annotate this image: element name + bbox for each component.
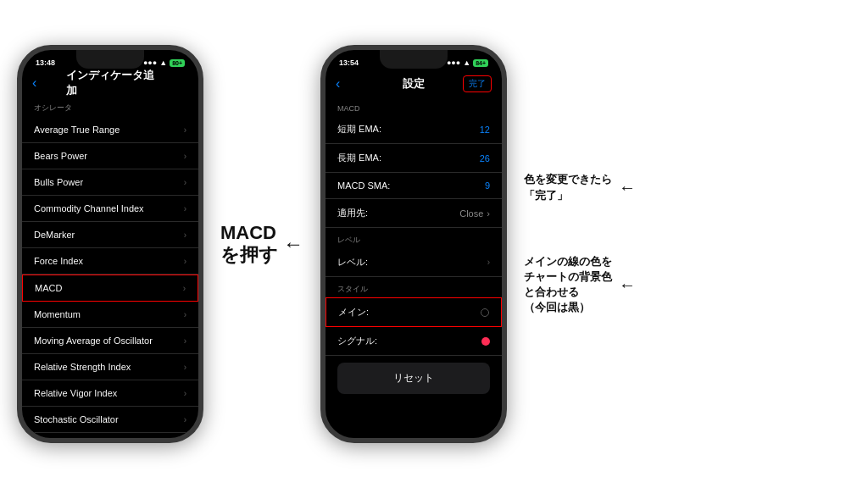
list-item-force[interactable]: Force Index › [22, 248, 198, 274]
chevron-mao: › [184, 336, 186, 346]
setting-signal-color[interactable]: シグナル: [326, 327, 502, 356]
chevron-rvi: › [184, 389, 186, 398]
macd-label: MACD を押す [220, 222, 278, 267]
signal-icon-right: ●●● [447, 58, 460, 67]
time-left: 13:48 [36, 58, 55, 67]
notch-left [76, 50, 144, 69]
annotation-main-color: メインの線の色を チャートの背景色 と合わせる （今回は黒） ← [524, 254, 636, 316]
notch-right [380, 50, 448, 69]
annotation-done-text: 色を変更できたら 「完了」 [524, 172, 612, 202]
nav-bar-left: ‹ インディケータ追加 [22, 72, 198, 96]
status-icons-right: ●●● ▲ 84+ [447, 58, 488, 67]
list-area-left: オシレータ Average True Range › Bears Power ›… [22, 96, 198, 438]
chevron-bears: › [184, 152, 186, 161]
section-oscillator: オシレータ [22, 96, 198, 117]
battery-left: 80+ [170, 59, 185, 67]
list-item-macd[interactable]: MACD › [22, 274, 198, 302]
list-item-mao[interactable]: Moving Average of Oscillator › [22, 328, 198, 354]
chevron-force: › [184, 257, 186, 266]
list-item-demarker[interactable]: DeMarker › [22, 222, 198, 248]
list-item-atr[interactable]: Average True Range › [22, 117, 198, 143]
apply-to-value: Close › [459, 208, 490, 219]
annotation-main-text: メインの線の色を チャートの背景色 と合わせる （今回は黒） [524, 254, 612, 316]
back-button-left[interactable]: ‹ [32, 75, 36, 91]
chevron-bulls: › [184, 178, 186, 187]
settings-area: MACD 短期 EMA: 12 長期 EMA: 26 MACD SMA: 9 適… [326, 97, 502, 438]
list-item-momentum[interactable]: Momentum › [22, 302, 198, 328]
setting-level[interactable]: レベル: › [326, 248, 502, 277]
list-item-wpr[interactable]: Williams' Percent Range › [22, 433, 198, 438]
arrow-left-to-phone: ← [283, 232, 303, 256]
arrow-done: ← [619, 178, 636, 197]
section-macd-label: MACD [326, 97, 502, 115]
reset-button[interactable]: リセット [337, 363, 490, 394]
list-item-bears[interactable]: Bears Power › [22, 143, 198, 169]
status-icons-left: ●●● ▲ 80+ [143, 58, 185, 67]
done-button[interactable]: 完了 [463, 75, 492, 92]
annotation-left: MACD を押す ← [220, 222, 303, 267]
wifi-icon-right: ▲ [463, 58, 470, 67]
section-style-label: スタイル [326, 277, 502, 297]
setting-short-ema[interactable]: 短期 EMA: 12 [326, 115, 502, 144]
list-item-bulls[interactable]: Bulls Power › [22, 169, 198, 196]
phone-left: 13:48 ●●● ▲ 80+ ‹ インディケータ追加 オシレータ Averag… [17, 45, 203, 443]
signal-color-dot[interactable] [481, 337, 490, 346]
setting-long-ema[interactable]: 長期 EMA: 26 [326, 144, 502, 173]
nav-title-right: 設定 [403, 76, 425, 92]
wifi-icon-left: ▲ [159, 58, 167, 67]
arrow-main-color: ← [619, 275, 636, 295]
short-ema-value: 12 [480, 125, 490, 135]
main-layout: 13:48 ●●● ▲ 80+ ‹ インディケータ追加 オシレータ Averag… [17, 17, 851, 471]
main-color-dot[interactable] [481, 308, 489, 317]
nav-bar-right: ‹ 設定 完了 [326, 72, 502, 97]
setting-macd-sma[interactable]: MACD SMA: 9 [326, 173, 502, 199]
long-ema-value: 26 [480, 153, 490, 164]
list-item-cci[interactable]: Commodity Channel Index › [22, 196, 198, 222]
annotations-right: 色を変更できたら 「完了」 ← メインの線の色を チャートの背景色 と合わせる … [524, 172, 636, 315]
list-item-stoch[interactable]: Stochastic Oscillator › [22, 407, 198, 433]
list-item-rvi[interactable]: Relative Vigor Index › [22, 380, 198, 407]
battery-right: 84+ [473, 59, 488, 67]
chevron-momentum: › [184, 310, 186, 319]
chevron-demarker: › [184, 230, 186, 240]
chevron-atr: › [184, 125, 186, 135]
macd-sma-value: 9 [485, 180, 490, 191]
setting-apply-to[interactable]: 適用先: Close › [326, 199, 502, 228]
list-item-rsi[interactable]: Relative Strength Index › [22, 354, 198, 380]
back-button-right[interactable]: ‹ [336, 76, 340, 92]
phone-right: 13:54 ●●● ▲ 84+ ‹ 設定 完了 MACD 短期 EMA: 12 [320, 45, 507, 443]
time-right: 13:54 [339, 58, 359, 67]
chevron-rsi: › [184, 363, 186, 372]
chevron-macd: › [183, 284, 186, 293]
setting-main-color[interactable]: メイン: [326, 297, 502, 327]
nav-title-left: インディケータ追加 [66, 68, 154, 98]
chevron-cci: › [184, 204, 186, 214]
chevron-stoch: › [184, 415, 186, 424]
section-level-label: レベル [326, 228, 502, 248]
annotation-done: 色を変更できたら 「完了」 ← [524, 172, 636, 202]
signal-icon-left: ●●● [143, 58, 157, 67]
